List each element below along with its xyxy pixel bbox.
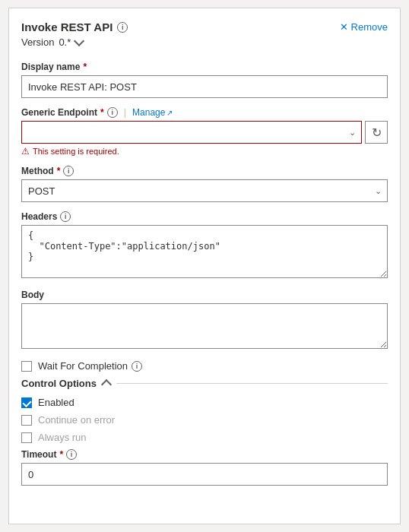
wait-for-completion-checkbox[interactable]: [21, 361, 32, 372]
refresh-button[interactable]: ↻: [365, 121, 388, 144]
endpoint-select[interactable]: [21, 121, 362, 144]
panel-header: Invoke REST API i ✕ Remove: [21, 21, 388, 33]
method-required: *: [57, 166, 61, 176]
body-label: Body: [21, 290, 388, 300]
collapse-icon[interactable]: [101, 379, 112, 390]
generic-endpoint-label: Generic Endpoint * i | Manage ↗: [21, 107, 388, 118]
error-icon: ⚠: [21, 146, 30, 157]
timeout-label: Timeout * i: [21, 449, 388, 460]
endpoint-error-message: ⚠ This setting is required.: [21, 146, 388, 157]
method-label: Method * i: [21, 166, 388, 176]
manage-link[interactable]: Manage ↗: [132, 107, 173, 118]
endpoint-required: *: [100, 107, 104, 118]
method-select[interactable]: POST GET PUT PATCH DELETE OPTIONS: [21, 179, 388, 202]
version-chevron-icon[interactable]: [74, 36, 84, 46]
endpoint-select-wrapper: ⌄: [21, 121, 362, 144]
refresh-icon: ↻: [372, 125, 382, 140]
timeout-required: *: [59, 449, 63, 460]
version-label: Version: [21, 36, 54, 48]
enabled-label: Enabled: [38, 397, 75, 408]
method-info-icon[interactable]: i: [63, 166, 74, 176]
always-run-row: Always run: [21, 432, 388, 443]
continue-on-error-row: Continue on error: [21, 414, 388, 426]
headers-label: Headers i: [21, 211, 388, 222]
always-run-label: Always run: [38, 432, 87, 443]
enabled-checkbox[interactable]: [21, 397, 32, 408]
generic-endpoint-field: Generic Endpoint * i | Manage ↗ ⌄ ↻ ⚠ Th…: [21, 107, 388, 157]
headers-info-icon[interactable]: i: [60, 211, 71, 222]
headers-textarea[interactable]: { "Content-Type":"application/json" }: [21, 225, 388, 278]
panel-title-text: Invoke REST API: [21, 21, 113, 33]
control-options-header: Control Options: [21, 378, 388, 389]
always-run-checkbox[interactable]: [21, 432, 32, 443]
wait-for-completion-label: Wait For Completion i: [38, 360, 142, 372]
control-options-title: Control Options: [21, 378, 97, 389]
timeout-field: Timeout * i: [21, 449, 388, 486]
headers-field: Headers i { "Content-Type":"application/…: [21, 211, 388, 280]
continue-on-error-label: Continue on error: [38, 414, 115, 426]
title-info-icon[interactable]: i: [117, 22, 128, 33]
continue-on-error-checkbox[interactable]: [21, 415, 32, 426]
method-select-wrapper: POST GET PUT PATCH DELETE OPTIONS ⌄: [21, 179, 388, 202]
external-link-icon: ↗: [166, 109, 173, 117]
version-row: Version 0.*: [21, 36, 388, 48]
wait-for-completion-row: Wait For Completion i: [21, 360, 388, 372]
display-name-input[interactable]: [21, 75, 388, 98]
display-name-field: Display name *: [21, 62, 388, 98]
version-value: 0.*: [59, 36, 71, 48]
body-textarea[interactable]: [21, 303, 388, 349]
endpoint-info-icon[interactable]: i: [107, 107, 118, 118]
panel-title: Invoke REST API i: [21, 21, 128, 33]
display-name-label: Display name *: [21, 62, 388, 72]
timeout-input[interactable]: [21, 463, 388, 486]
endpoint-row: ⌄ ↻: [21, 121, 388, 144]
display-name-required: *: [83, 62, 87, 72]
body-field: Body: [21, 290, 388, 351]
enabled-row: Enabled: [21, 397, 388, 408]
timeout-info-icon[interactable]: i: [66, 449, 77, 460]
remove-x-icon: ✕: [340, 21, 348, 33]
method-field: Method * i POST GET PUT PATCH DELETE OPT…: [21, 166, 388, 202]
divider: [116, 383, 388, 384]
remove-button[interactable]: ✕ Remove: [340, 21, 388, 33]
wait-info-icon[interactable]: i: [132, 361, 142, 372]
invoke-rest-api-panel: Invoke REST API i ✕ Remove Version 0.* D…: [8, 8, 401, 524]
